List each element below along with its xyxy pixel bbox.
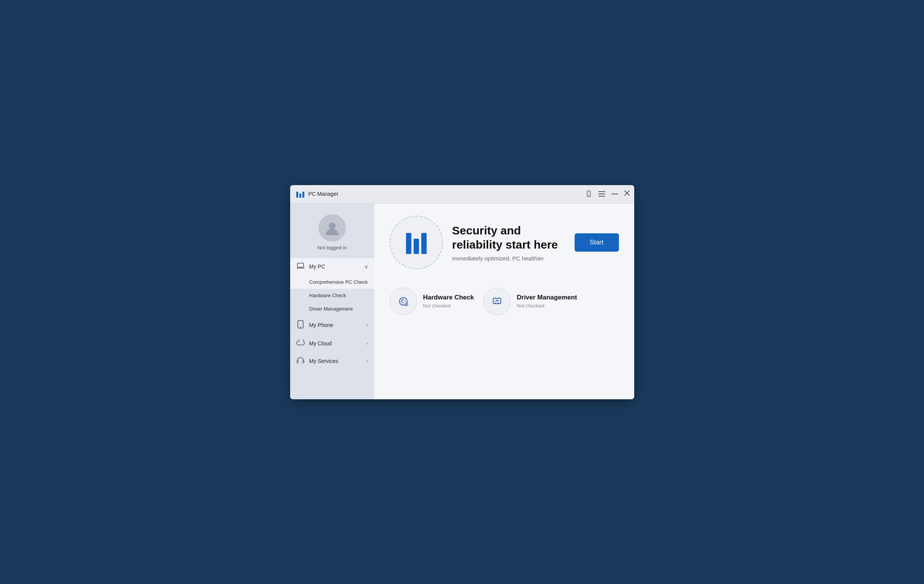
user-status-label: Not logged in	[317, 245, 347, 250]
title-bar: PC Manager	[290, 185, 634, 203]
window-controls	[585, 190, 630, 197]
driver-management-icon	[490, 294, 504, 308]
svg-point-4	[588, 195, 589, 196]
my-pc-label: My PC	[309, 263, 364, 270]
driver-management-info: Driver Management Not checked	[517, 294, 577, 309]
svg-point-11	[329, 223, 336, 230]
app-window: PC Manager	[290, 185, 634, 399]
my-services-label: My Services	[309, 358, 366, 364]
chevron-right-cloud-icon: ›	[366, 341, 368, 346]
close-icon[interactable]	[624, 190, 630, 197]
main-layout: Not logged in My PC ∨ Comprehensive PC C…	[290, 203, 634, 399]
check-card-row: Hardware Check Not checked	[389, 285, 619, 318]
chevron-down-icon: ∨	[364, 263, 368, 270]
hardware-check-icon-circle	[389, 288, 417, 315]
cloud-icon	[296, 340, 305, 347]
comprehensive-pc-check-label: Comprehensive PC Check	[309, 279, 368, 285]
bar-left	[406, 233, 411, 254]
sidebar-item-driver-management[interactable]: Driver Management	[290, 302, 374, 316]
my-cloud-label: My Cloud	[309, 341, 366, 346]
driver-management-card-status: Not checked	[517, 303, 577, 309]
menu-icon[interactable]	[598, 191, 605, 197]
sidebar-item-my-cloud[interactable]: My Cloud ›	[290, 335, 374, 352]
avatar	[318, 214, 346, 242]
sidebar-item-my-pc[interactable]: My PC ∨	[290, 258, 374, 275]
headset-icon	[296, 357, 305, 366]
hero-logo	[389, 216, 443, 269]
driver-management-card[interactable]: Driver Management Not checked	[483, 285, 577, 318]
minimize-icon[interactable]	[611, 194, 618, 194]
hero-section: Security and reliability start here Imme…	[389, 216, 619, 269]
svg-rect-12	[297, 263, 304, 267]
driver-management-icon-circle	[483, 288, 511, 315]
hardware-check-card-title: Hardware Check	[423, 294, 474, 301]
app-title: PC Manager	[309, 191, 585, 197]
hero-subtitle: Immediately optimized, PC healthier	[452, 255, 565, 261]
sidebar-item-my-phone[interactable]: My Phone ›	[290, 316, 374, 335]
hardware-check-label: Hardware Check	[309, 293, 346, 298]
svg-rect-8	[611, 194, 618, 194]
svg-rect-7	[598, 196, 605, 197]
phone-sidebar-icon	[296, 320, 305, 331]
bar-right	[421, 233, 427, 254]
chevron-right-services-icon: ›	[366, 358, 368, 364]
sidebar-nav: My PC ∨ Comprehensive PC Check Hardware …	[290, 258, 374, 399]
app-logo-icon	[295, 189, 305, 199]
hero-text: Security and reliability start here Imme…	[452, 223, 565, 261]
hardware-check-icon	[396, 294, 410, 308]
avatar-icon	[324, 220, 340, 236]
hardware-check-info: Hardware Check Not checked	[423, 294, 474, 309]
sidebar-item-comprehensive-pc-check[interactable]: Comprehensive PC Check	[290, 275, 374, 289]
my-phone-label: My Phone	[309, 322, 366, 328]
laptop-icon	[296, 263, 305, 271]
svg-rect-5	[598, 191, 605, 192]
user-section: Not logged in	[290, 210, 374, 258]
svg-rect-6	[598, 194, 605, 194]
svg-rect-1	[299, 194, 301, 198]
hero-title: Security and reliability start here	[452, 223, 565, 252]
bar-center	[414, 239, 419, 254]
phone-icon[interactable]	[585, 190, 592, 197]
content-area: Security and reliability start here Imme…	[374, 203, 634, 399]
chevron-right-phone-icon: ›	[366, 323, 368, 328]
sidebar-item-hardware-check[interactable]: Hardware Check	[290, 289, 374, 302]
hardware-check-card[interactable]: Hardware Check Not checked	[389, 285, 474, 318]
svg-point-14	[300, 326, 300, 327]
svg-rect-2	[302, 192, 304, 198]
sidebar-item-my-services[interactable]: My Services ›	[290, 352, 374, 370]
svg-rect-0	[296, 192, 298, 198]
svg-rect-15	[297, 361, 298, 363]
driver-management-label: Driver Management	[309, 306, 353, 312]
driver-management-card-title: Driver Management	[517, 294, 577, 301]
hardware-check-card-status: Not checked	[423, 303, 474, 309]
start-button[interactable]: Start	[574, 233, 619, 251]
svg-rect-16	[303, 361, 304, 363]
sidebar: Not logged in My PC ∨ Comprehensive PC C…	[290, 203, 374, 399]
hero-logo-bars	[406, 231, 427, 254]
